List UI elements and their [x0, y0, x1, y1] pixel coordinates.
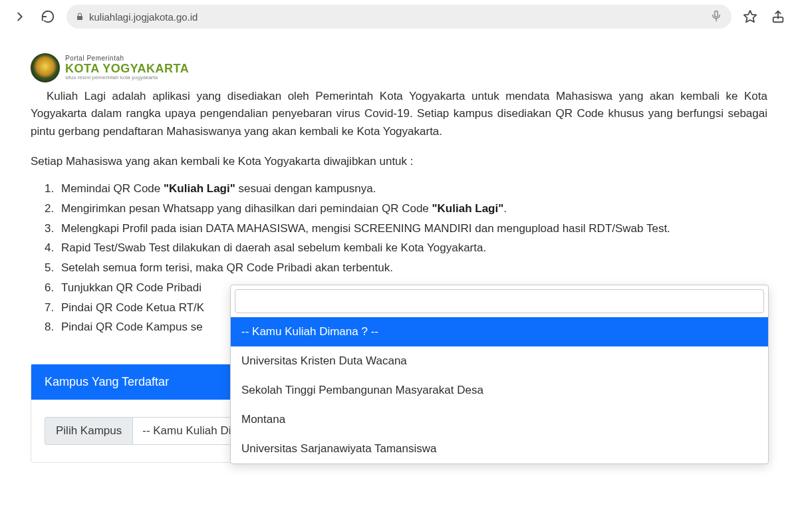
share-button[interactable]: [769, 7, 787, 26]
dropdown-option[interactable]: -- Kamu Kuliah Dimana ? --: [231, 317, 768, 346]
dropdown-option-list: -- Kamu Kuliah Dimana ? -- Universitas K…: [231, 317, 768, 464]
steps-lead-in: Setiap Mahasiswa yang akan kembali ke Ko…: [31, 155, 767, 168]
logo-text: Portal Pemerintah KOTA YOGYAKARTA situs …: [65, 55, 189, 80]
url-host: kuliahlagi.jogjakota.go.id: [89, 11, 198, 23]
svg-rect-0: [715, 11, 718, 17]
dropdown-search-wrap: [231, 285, 768, 317]
forward-button[interactable]: [11, 7, 29, 26]
campus-field-label: Pilih Kampus: [45, 417, 132, 445]
reload-button[interactable]: [39, 7, 57, 26]
list-item: Memindai QR Code "Kuliah Lagi" sesuai de…: [57, 179, 767, 199]
logo-line-2: KOTA YOGYAKARTA: [65, 63, 189, 74]
list-item: Setelah semua form terisi, maka QR Code …: [57, 258, 767, 278]
dropdown-option[interactable]: Universitas Sarjanawiyata Tamansiswa: [231, 434, 768, 464]
logo-line-3: situs resmi pemerintah kota yogyakarta: [65, 75, 189, 80]
logo-line-1: Portal Pemerintah: [65, 55, 189, 62]
lock-icon: [76, 11, 84, 23]
intro-paragraph: Kuliah Lagi adalah aplikasi yang disedia…: [31, 88, 767, 140]
address-bar[interactable]: kuliahlagi.jogjakota.go.id: [66, 5, 732, 29]
browser-toolbar: kuliahlagi.jogjakota.go.id: [0, 0, 798, 33]
dropdown-option[interactable]: Montana: [231, 405, 768, 434]
site-logo[interactable]: Portal Pemerintah KOTA YOGYAKARTA situs …: [31, 53, 787, 82]
list-item: Rapid Test/Swab Test dilakukan di daerah…: [57, 238, 767, 258]
campus-dropdown: -- Kamu Kuliah Dimana ? -- Universitas K…: [230, 285, 769, 464]
list-item: Mengirimkan pesan Whatsapp yang dihasilk…: [57, 199, 767, 219]
city-emblem-icon: [31, 53, 60, 82]
svg-marker-2: [744, 11, 756, 22]
dropdown-option[interactable]: Universitas Kristen Duta Wacana: [231, 346, 768, 376]
bookmark-button[interactable]: [741, 7, 759, 26]
dropdown-option[interactable]: Sekolah Tinggi Pembangunan Masyarakat De…: [231, 376, 768, 405]
mic-icon[interactable]: [710, 10, 722, 24]
list-item: Melengkapi Profil pada isian DATA MAHASI…: [57, 219, 767, 239]
dropdown-search-input[interactable]: [235, 289, 764, 313]
